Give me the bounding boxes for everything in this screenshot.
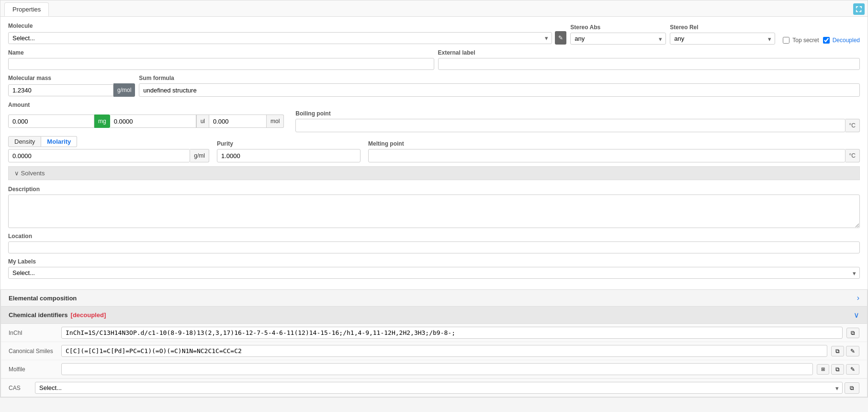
decoupled-badge: [decoupled] — [71, 311, 106, 319]
molarity-tab[interactable]: Molarity — [41, 136, 77, 147]
my-labels-select[interactable]: Select... — [8, 267, 860, 279]
boiling-point-label: Boiling point — [295, 110, 860, 117]
external-label-input[interactable] — [438, 58, 860, 70]
inchi-row: InChI ⧉ — [1, 324, 867, 342]
elemental-composition-section[interactable]: Elemental composition › — [0, 289, 868, 306]
molfile-row: Molfile ⊞ ⧉ ✎ — [1, 360, 867, 378]
sum-formula-label: Sum formula — [139, 75, 860, 81]
name-label: Name — [8, 49, 434, 56]
cas-select[interactable]: Select... — [35, 382, 843, 394]
tab-properties[interactable]: Properties — [4, 2, 49, 16]
amount-mg-unit: mg — [94, 114, 110, 128]
elemental-composition-chevron: › — [857, 294, 859, 302]
chemical-identifiers-content: InChI ⧉ Canonical Smiles ⧉ ✎ Molfile ⊞ ⧉… — [0, 324, 868, 397]
canonical-smiles-copy-button[interactable]: ⧉ — [831, 346, 844, 356]
chemical-identifiers-header[interactable]: Chemical identifiers [decoupled] ∨ — [0, 306, 868, 324]
name-input[interactable] — [8, 58, 434, 70]
canonical-smiles-edit-button[interactable]: ✎ — [846, 346, 859, 356]
density-tab[interactable]: Density — [8, 136, 41, 147]
amount-mol-unit: mol — [267, 114, 284, 128]
solvents-bar[interactable]: ∨ Solvents — [8, 166, 860, 180]
amount-ul-unit: ul — [196, 114, 209, 128]
amount-mol-input[interactable] — [209, 114, 267, 128]
melting-point-input[interactable] — [368, 149, 845, 162]
molfile-input[interactable] — [61, 363, 813, 375]
molfile-label: Molfile — [9, 366, 61, 373]
amount-mass-input[interactable] — [8, 114, 94, 128]
decoupled-label: Decoupled — [833, 37, 860, 44]
chemical-identifiers-title: Chemical identifiers — [9, 311, 68, 319]
stereo-abs-label: Stereo Abs — [570, 24, 666, 31]
expand-icon[interactable] — [853, 3, 865, 15]
amount-label: Amount — [8, 102, 860, 108]
cas-label: CAS — [9, 385, 35, 391]
density-unit: g/ml — [190, 149, 209, 162]
description-label: Description — [8, 186, 860, 193]
boiling-point-unit: °C — [845, 119, 860, 132]
stereo-abs-select[interactable]: any — [570, 33, 666, 45]
melting-point-unit: °C — [845, 149, 860, 162]
top-secret-checkbox[interactable] — [783, 37, 789, 44]
tab-bar: Properties — [0, 0, 868, 17]
boiling-point-input[interactable] — [295, 119, 845, 132]
mass-unit: g/mol — [113, 83, 135, 97]
stereo-rel-select[interactable]: any — [670, 33, 775, 45]
molecular-mass-label: Molecular mass — [8, 75, 135, 81]
canonical-smiles-input[interactable] — [61, 345, 827, 357]
molfile-copy-button[interactable]: ⧉ — [831, 364, 844, 375]
inchi-label: InChI — [9, 330, 61, 336]
cas-row: CAS Select... ⧉ — [1, 378, 867, 397]
purity-label: Purity — [217, 140, 361, 147]
amount-vol-input[interactable] — [110, 114, 196, 128]
description-textarea[interactable] — [8, 195, 860, 228]
molfile-small-button[interactable]: ⊞ — [817, 364, 829, 375]
molecule-edit-button[interactable]: ✎ — [555, 31, 566, 45]
canonical-smiles-row: Canonical Smiles ⧉ ✎ — [1, 342, 867, 360]
location-input[interactable] — [8, 241, 860, 253]
density-input[interactable] — [8, 149, 190, 162]
inchi-copy-button[interactable]: ⧉ — [846, 328, 859, 338]
elemental-composition-title: Elemental composition — [9, 295, 77, 302]
inchi-input[interactable] — [61, 327, 843, 339]
canonical-smiles-label: Canonical Smiles — [9, 348, 61, 355]
location-label: Location — [8, 233, 860, 240]
molfile-edit-button[interactable]: ✎ — [846, 364, 859, 375]
external-label-label: External label — [438, 49, 860, 56]
molecular-mass-input[interactable] — [8, 84, 113, 96]
my-labels-label: My Labels — [8, 258, 860, 265]
cas-copy-button[interactable]: ⧉ — [845, 382, 859, 394]
chemical-identifiers-chevron: ∨ — [854, 310, 859, 320]
melting-point-label: Melting point — [368, 140, 860, 147]
stereo-rel-label: Stereo Rel — [670, 24, 775, 31]
molecule-label: Molecule — [8, 23, 566, 29]
purity-input[interactable] — [217, 149, 361, 162]
decoupled-checkbox[interactable] — [823, 37, 830, 44]
molecule-select[interactable]: Select... — [8, 32, 552, 44]
sum-formula-input[interactable] — [139, 83, 860, 97]
top-secret-label: Top secret — [792, 37, 819, 44]
